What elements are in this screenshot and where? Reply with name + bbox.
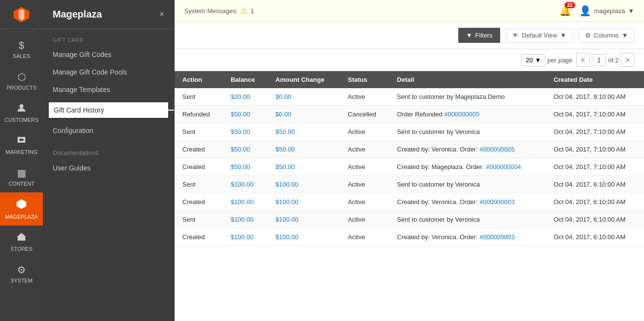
col-header-action: Action [175,71,223,88]
cell-detail: Sent to customer by Veronica [389,211,546,228]
table-row: Created$50.00$50.00ActiveCreated by: Ver… [175,141,644,158]
stores-icon [17,232,26,244]
cell-created-date: Oct 04, 2017, 6:10:00 AM [546,228,644,246]
marketing-label: MARKETING [5,149,37,155]
cell-action: Sent [175,88,223,106]
sidebar-item-user-guides[interactable]: User Guides [43,159,174,177]
cell-action: Created [175,193,223,211]
svg-marker-5 [20,139,23,141]
user-menu[interactable]: 👤 mageplaza ▼ [579,5,634,17]
customers-icon [17,103,26,115]
svg-marker-1 [21,9,24,20]
user-avatar-icon: 👤 [579,5,591,17]
notifications-bell[interactable]: 🔔 22 [559,5,571,17]
col-header-balance: Balance [223,71,268,88]
cell-detail: Order Refunded #000000005 [389,106,546,123]
system-label: SYSTEM [10,278,32,283]
cell-created-date: Oct 04, 2017, 6:10:00 AM [546,211,644,228]
top-bar: System Messages: ⚠ 1 🔔 22 👤 mageplaza ▼ [175,0,644,22]
dollar-icon: $ [19,40,24,51]
cell-balance: $100.00 [223,193,268,211]
prev-page-button[interactable]: < [576,53,590,67]
cell-status: Active [340,123,390,141]
page-size-box[interactable]: 20 ▼ [521,54,545,66]
filters-label: Filters [475,32,492,39]
cell-amount-change: $0.00 [268,88,340,106]
cell-balance: $50.00 [223,141,268,158]
filter-funnel-icon: ▼ [466,32,472,39]
table-row: Sent$100.00$100.00ActiveSent to customer… [175,211,644,228]
svg-rect-7 [18,237,25,241]
pagination-bar: 20 ▼ per page < 1 of 2 > [175,49,644,71]
marketing-icon [17,135,26,147]
main-content: System Messages: ⚠ 1 🔔 22 👤 mageplaza ▼ … [175,0,644,321]
sidebar-item-manage-gift-code-pools[interactable]: Manage Gift Code Pools [43,63,174,81]
mageplaza-label: MAGEPLAZA [5,214,38,220]
top-bar-right: 🔔 22 👤 mageplaza ▼ [559,5,634,17]
sidebar-item-products[interactable]: ⬡ PRODUCTS [0,65,43,96]
cell-amount-change: $100.00 [268,176,340,193]
cell-detail: Sent to customer by Veronica [389,176,546,193]
table-row: Sent$50.00$50.00ActiveSent to customer b… [175,123,644,141]
cell-action: Sent [175,123,223,141]
svg-point-3 [20,104,23,108]
view-label: Default View [522,32,557,39]
warning-icon: ⚠ [241,6,248,16]
table-row: Created$100.00$100.00ActiveCreated by: V… [175,228,644,246]
current-page: 1 [592,54,606,66]
cell-action: Sent [175,211,223,228]
sidebar-item-configuration[interactable]: Configuration [43,122,174,139]
sidebar-item-marketing[interactable]: MARKETING [0,129,43,161]
page-size-value: 20 [526,57,532,64]
cell-balance: $50.00 [223,106,268,123]
cell-balance: $100.00 [223,211,268,228]
sidebar-item-mageplaza[interactable]: MAGEPLAZA [0,192,43,226]
system-messages: System Messages: ⚠ 1 [184,6,254,16]
sidebar-docs-title: Documentations [43,139,174,159]
nav-divider [9,31,35,32]
cell-detail: Created by: Veronica. Order: #000000005 [389,141,546,158]
content-icon: ▦ [17,167,26,179]
svg-marker-2 [19,9,21,20]
cell-status: Active [340,88,390,106]
cell-action: Refunded [175,106,223,123]
table-row: Sent$100.00$100.00ActiveSent to customer… [175,176,644,193]
sidebar-item-stores[interactable]: STORES [0,226,43,258]
sidebar-section-giftcard: Gift Card [43,29,174,46]
dropdown-chevron-icon: ▼ [628,7,634,15]
next-page-button[interactable]: > [621,53,634,67]
columns-button[interactable]: ⚙ Columns ▼ [579,28,634,42]
filters-button[interactable]: ▼ Filters [458,28,500,43]
view-select[interactable]: 👁 Default View ▼ [506,28,573,42]
stores-label: STORES [10,246,32,252]
logo-area [0,0,43,29]
page-nav: < 1 of 2 > [576,53,634,67]
sidebar-item-gift-card-history[interactable]: Gift Card History [48,101,169,119]
table-body: Sent$20.00$0.00ActiveSent to customer by… [175,88,644,246]
sidebar-item-content[interactable]: ▦ CONTENT [0,161,43,192]
left-nav: $ SALES ⬡ PRODUCTS CUSTOMERS MARKETING ▦… [0,0,43,321]
cell-amount-change: $100.00 [268,228,340,246]
system-messages-label: System Messages: [184,7,238,15]
cell-balance: $20.00 [223,88,268,106]
cell-action: Created [175,228,223,246]
sidebar-item-system[interactable]: ⚙ SYSTEM [0,258,43,289]
close-icon[interactable]: × [159,9,164,19]
col-header-detail: Detail [389,71,546,88]
cell-amount-change: $50.00 [268,123,340,141]
sidebar-item-manage-templates[interactable]: Manage Templates [43,81,174,98]
col-header-status: Status [340,71,390,88]
cell-amount-change: $50.00 [268,158,340,176]
sidebar-item-sales[interactable]: $ SALES [0,34,43,65]
sidebar-title: Mageplaza [53,9,102,20]
sidebar-item-customers[interactable]: CUSTOMERS [0,96,43,129]
sidebar-item-manage-gift-codes[interactable]: Manage Gift Codes [43,46,174,63]
cell-status: Active [340,158,390,176]
cell-status: Active [340,193,390,211]
cell-detail: Created by: Veronica. Order: #000000003 [389,228,546,246]
system-icon: ⚙ [17,264,26,276]
cell-amount-change: $50.00 [268,141,340,158]
cell-created-date: Oct 04, 2017, 6:10:00 AM [546,193,644,211]
cell-created-date: Oct 04, 2017, 7:10:00 AM [546,123,644,141]
cell-status: Active [340,211,390,228]
